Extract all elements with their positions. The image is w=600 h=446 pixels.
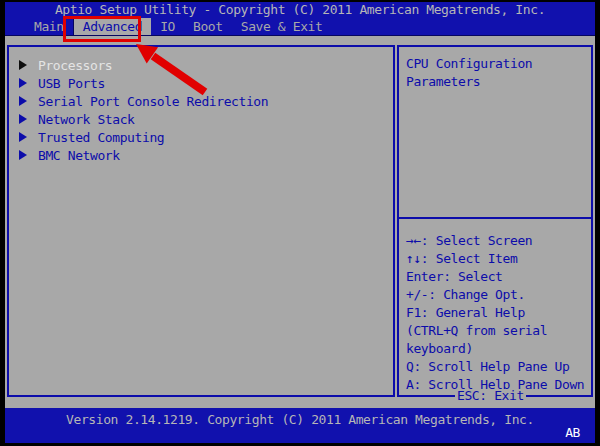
tab-save-exit[interactable]: Save & Exit — [232, 18, 332, 35]
menu-item-serial-port-console-redirection[interactable]: Serial Port Console Redirection — [17, 92, 393, 110]
menu-item-label: Serial Port Console Redirection — [38, 94, 268, 109]
main-area: Processors USB Ports Serial Port Console… — [5, 36, 595, 408]
submenu-arrow-icon — [19, 114, 27, 124]
submenu-arrow-icon — [19, 96, 27, 106]
menu-item-bmc-network[interactable]: BMC Network — [17, 146, 393, 164]
tab-io[interactable]: IO — [151, 18, 184, 35]
menu-item-processors[interactable]: Processors — [17, 56, 393, 74]
submenu-arrow-icon — [19, 78, 27, 88]
menu-item-label: Trusted Computing — [38, 130, 164, 145]
key-legend: →←: Select Screen ↑↓: Select Item Enter:… — [399, 219, 591, 395]
settings-panel: Processors USB Ports Serial Port Console… — [7, 45, 395, 397]
submenu-arrow-icon — [19, 60, 27, 70]
key-legend-line: →←: Select Screen — [406, 232, 591, 250]
submenu-arrow-icon — [19, 150, 27, 160]
title-bar: Aptio Setup Utility - Copyright (C) 2011… — [5, 2, 595, 18]
key-legend-esc: ESC: Exit — [455, 389, 526, 403]
menu-item-network-stack[interactable]: Network Stack — [17, 110, 393, 128]
help-description: CPU Configuration Parameters — [399, 47, 591, 219]
title-text: Aptio Setup Utility - Copyright (C) 2011… — [55, 2, 545, 17]
help-description-line: CPU Configuration — [406, 55, 591, 73]
tab-boot[interactable]: Boot — [184, 18, 232, 35]
help-panel: CPU Configuration Parameters →←: Select … — [397, 45, 593, 397]
status-bar: Version 2.14.1219. Copyright (C) 2011 Am… — [5, 408, 595, 443]
tab-main[interactable]: Main — [25, 18, 73, 35]
key-legend-line: keyboard) — [406, 340, 591, 358]
help-description-line: Parameters — [406, 73, 591, 91]
menu-item-label: Network Stack — [38, 112, 135, 127]
key-legend-line: +/-: Change Opt. — [406, 286, 591, 304]
version-text: Version 2.14.1219. Copyright (C) 2011 Am… — [5, 408, 595, 427]
screen-frame: Aptio Setup Utility - Copyright (C) 2011… — [5, 2, 595, 443]
tab-advanced[interactable]: Advanced — [73, 18, 151, 35]
menu-item-label: USB Ports — [38, 76, 105, 91]
menu-item-label: BMC Network — [38, 148, 120, 163]
menu-bar: Main Advanced IO Boot Save & Exit — [5, 18, 595, 36]
key-legend-line: Q: Scroll Help Pane Up — [406, 358, 591, 376]
submenu-arrow-icon — [19, 132, 27, 142]
bios-setup-screen: { "title_bar": { "text": "Aptio Setup Ut… — [0, 0, 600, 446]
key-legend-line: F1: General Help — [406, 304, 591, 322]
menu-item-usb-ports[interactable]: USB Ports — [17, 74, 393, 92]
menu-item-label: Processors — [38, 58, 112, 73]
key-legend-line: Enter: Select — [406, 268, 591, 286]
menu-item-trusted-computing[interactable]: Trusted Computing — [17, 128, 393, 146]
corner-label: AB — [565, 426, 580, 440]
key-legend-line: ↑↓: Select Item — [406, 250, 591, 268]
key-legend-line: (CTRL+Q from serial — [406, 322, 591, 340]
